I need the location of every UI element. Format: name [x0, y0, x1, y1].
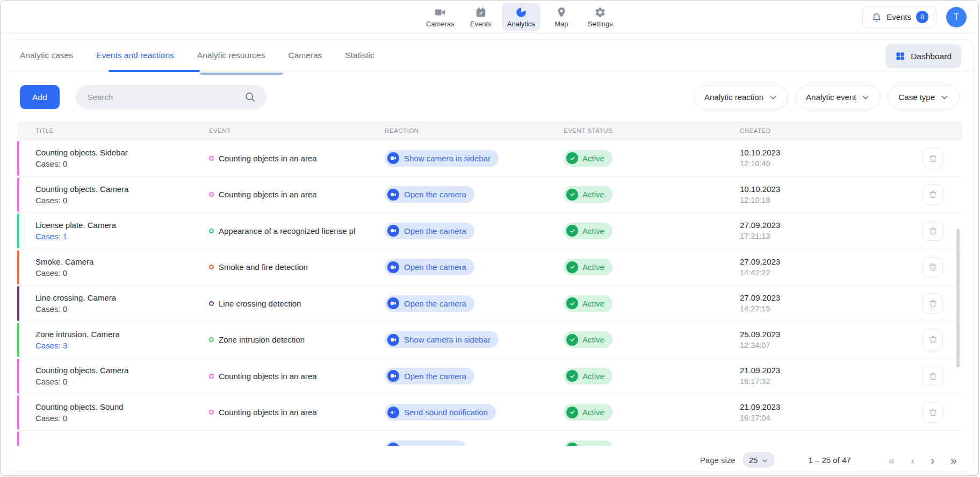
pagination-bar: Page size 25 1 – 25 of 47 « ‹ › » — [6, 448, 973, 472]
event-cell: Appearance of a recognized license pl — [209, 226, 385, 236]
nav-item-analytics[interactable]: Analytics — [502, 3, 541, 31]
chevron-down-icon — [761, 457, 768, 464]
nav-label: Map — [554, 20, 568, 28]
reaction-label: Open the camera — [404, 226, 466, 236]
tab-analytic-cases[interactable]: Analytic cases — [20, 51, 73, 60]
check-icon — [566, 407, 578, 418]
status-badge: Active — [564, 259, 612, 275]
row-cases-link[interactable]: Cases: 0 — [35, 158, 209, 169]
events-button-label: Events — [887, 12, 911, 22]
row-cases-link[interactable]: Cases: 0 — [35, 376, 209, 387]
chevron-down-icon — [769, 93, 777, 102]
delete-button[interactable] — [923, 148, 943, 168]
delete-button[interactable] — [923, 366, 943, 386]
nav-item-cameras[interactable]: Cameras — [421, 3, 460, 31]
event-label: Counting objects in an area — [219, 190, 317, 199]
title-cell: Zone intrusion. Camera Cases: 3 — [17, 329, 209, 351]
pagination-range: 1 – 25 of 47 — [808, 455, 851, 465]
delete-button[interactable] — [923, 330, 943, 350]
nav-label: Settings — [588, 20, 613, 28]
status-label: Active — [582, 226, 604, 236]
add-button[interactable]: Add — [20, 85, 60, 109]
reaction-chip[interactable]: Open the camera — [385, 368, 474, 385]
reaction-chip[interactable]: Open the camera — [385, 223, 474, 239]
camera-icon — [390, 191, 397, 198]
row-cases-link[interactable]: Cases: 0 — [35, 195, 209, 206]
trash-icon — [928, 408, 938, 417]
user-avatar[interactable]: T — [946, 7, 967, 27]
top-navigation-bar: Cameras Events Analytics Map — [1, 1, 978, 33]
created-cell: 21.09.2023 16:17:04 — [740, 401, 923, 424]
created-date: 27.09.2023 — [740, 292, 923, 303]
reaction-cell: Open the camera — [385, 223, 564, 239]
previous-page-button[interactable]: ‹ — [911, 454, 914, 466]
column-header-event-status: EVENT STATUS — [564, 127, 740, 134]
reaction-chip[interactable]: Open the camera — [385, 259, 474, 275]
delete-button[interactable] — [923, 402, 943, 423]
status-label: Active — [582, 372, 604, 381]
table-row: Zone intrusion. Camera Cases: 3 Zone int… — [17, 322, 962, 359]
dashboard-button[interactable]: Dashboard — [885, 44, 961, 68]
row-cases-link[interactable]: Cases: 0 — [35, 303, 209, 315]
reaction-chip[interactable] — [385, 440, 466, 446]
table-header-row: TITLE EVENT REACTION EVENT STATUS CREATE… — [17, 121, 962, 140]
table-row: Counting objects. Sidebar Cases: 0 Count… — [17, 140, 962, 177]
first-page-button[interactable]: « — [889, 454, 895, 466]
delete-button[interactable] — [923, 257, 943, 277]
reaction-chip[interactable]: Show camera in sidebar — [385, 331, 499, 348]
delete-button[interactable] — [923, 184, 943, 205]
camera-icon — [390, 300, 397, 307]
status-cell: Active — [564, 259, 740, 275]
nav-item-map[interactable]: Map — [545, 3, 578, 31]
nav-item-events[interactable]: Events — [464, 3, 498, 31]
row-color-bar — [17, 177, 19, 212]
tab-strip-scrollbar[interactable] — [200, 73, 283, 75]
created-cell: 21.09.2023 16:17:32 — [740, 365, 923, 387]
filter-analytic-reaction[interactable]: Analytic reaction — [694, 85, 788, 109]
row-cases-link[interactable]: Cases: 3 — [35, 340, 209, 351]
status-label: Active — [582, 190, 604, 199]
events-notifications-button[interactable]: Events 8 — [862, 6, 936, 28]
calendar-check-icon — [475, 6, 487, 18]
reaction-cell: Show camera in sidebar — [385, 331, 564, 348]
row-cases-link[interactable]: Cases: 1 — [35, 231, 209, 242]
delete-button[interactable] — [923, 293, 943, 314]
tab-analytic-resources[interactable]: Analytic resources — [197, 51, 265, 60]
reaction-chip[interactable]: Open the camera — [385, 186, 474, 203]
row-cases-link[interactable]: Cases: 0 — [35, 267, 209, 279]
reaction-chip[interactable]: Send sound notification — [385, 404, 496, 421]
trash-icon — [928, 226, 938, 236]
check-icon — [566, 189, 578, 201]
next-page-button[interactable]: › — [931, 454, 934, 466]
tab-statistic[interactable]: Statistic — [345, 51, 374, 60]
reaction-chip[interactable]: Show camera in sidebar — [385, 150, 499, 167]
vertical-scrollbar-thumb[interactable] — [956, 229, 960, 367]
search-input[interactable] — [76, 85, 266, 109]
filter-analytic-event[interactable]: Analytic event — [795, 85, 881, 109]
filter-label: Analytic reaction — [704, 92, 763, 102]
event-cell: Counting objects in an area — [209, 408, 385, 417]
delete-button[interactable] — [923, 220, 943, 241]
reaction-icon — [387, 443, 399, 446]
status-cell — [564, 440, 740, 446]
event-label: Counting objects in an area — [219, 408, 317, 417]
filter-case-type[interactable]: Case type — [888, 85, 960, 109]
reaction-chip[interactable]: Open the camera — [385, 295, 474, 312]
row-cases-link[interactable]: Cases: 0 — [35, 412, 209, 424]
event-type-dot — [209, 192, 214, 197]
created-time: 14:42:22 — [740, 267, 923, 279]
tab-events-and-reactions[interactable]: Events and reactions — [96, 51, 174, 60]
status-cell: Active — [564, 404, 740, 421]
table-row: Counting objects. Camera Cases: 0 Counti… — [17, 358, 962, 395]
actions-cell — [923, 366, 962, 386]
nav-item-settings[interactable]: Settings — [582, 3, 618, 31]
map-pin-icon — [556, 6, 567, 18]
tab-cameras[interactable]: Cameras — [288, 51, 322, 60]
status-badge: Active — [564, 404, 612, 421]
last-page-button[interactable]: » — [950, 454, 957, 466]
events-count-badge: 8 — [916, 11, 928, 23]
page-size-select[interactable]: 25 — [743, 452, 775, 468]
page-size-label: Page size — [700, 455, 736, 465]
row-title: License plate. Camera — [35, 219, 209, 231]
reaction-cell — [385, 440, 564, 446]
